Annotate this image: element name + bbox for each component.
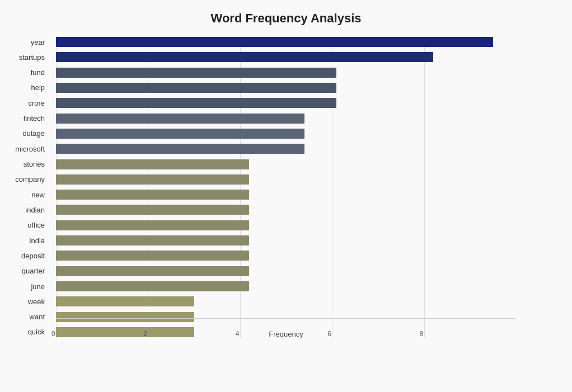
bar-row: quarter <box>56 265 550 277</box>
bar-row: crore <box>56 97 550 109</box>
bar <box>56 266 249 276</box>
bar-label: quick <box>3 328 50 336</box>
bar-row: startups <box>56 51 550 63</box>
bar-label: june <box>3 282 50 291</box>
bar-label: want <box>3 313 50 321</box>
bar <box>56 98 336 108</box>
bar <box>56 296 194 306</box>
bar-row: deposit <box>56 249 550 262</box>
x-tick-label: 0 <box>51 330 55 338</box>
chart-area: yearstartupsfundhelpcrorefintechoutagemi… <box>56 36 550 338</box>
bar-row: stories <box>56 158 550 171</box>
bar-label: fund <box>3 68 50 77</box>
bar-label: microsoft <box>3 145 50 153</box>
bar-row: help <box>56 82 550 94</box>
bar-label: quarter <box>3 267 50 275</box>
bar <box>56 114 304 124</box>
bar-row: outage <box>56 127 550 140</box>
bar-label: week <box>3 297 50 306</box>
chart-container: Word Frequency Analysis yearstartupsfund… <box>0 0 572 392</box>
bar-label: company <box>3 175 50 183</box>
bar <box>56 83 336 93</box>
bar-label: stories <box>3 160 50 168</box>
bar <box>56 174 249 185</box>
bar-label: startups <box>3 53 50 62</box>
bar-row: india <box>56 234 550 247</box>
bar-label: crore <box>3 99 50 107</box>
bar-row: week <box>56 295 550 308</box>
bar <box>56 52 433 62</box>
x-axis-label: Frequency <box>56 330 516 338</box>
bar-row: year <box>56 36 550 48</box>
bar-label: fintech <box>3 114 50 122</box>
bar <box>56 144 304 154</box>
x-axis-line <box>56 318 516 319</box>
bar-row: new <box>56 188 550 201</box>
bar <box>56 251 249 261</box>
bar-row: office <box>56 219 550 232</box>
bar-row: fund <box>56 67 550 79</box>
bar-label: deposit <box>3 252 50 260</box>
bar <box>56 220 249 230</box>
bar-row: june <box>56 280 550 292</box>
bar-label: office <box>3 221 50 229</box>
bar-label: new <box>3 191 50 199</box>
bar-row: company <box>56 173 550 186</box>
bar <box>56 235 249 245</box>
bar-row: microsoft <box>56 143 550 155</box>
bar <box>56 37 493 47</box>
bar-label: help <box>3 83 50 92</box>
x-axis-area: 02468 Frequency <box>56 310 550 338</box>
bar <box>56 68 336 78</box>
chart-title: Word Frequency Analysis <box>56 11 550 26</box>
bar-row: indian <box>56 204 550 216</box>
bar-label: india <box>3 237 50 245</box>
bar <box>56 129 304 139</box>
bar-label: indian <box>3 206 50 214</box>
bar <box>56 159 249 169</box>
bar-row: fintech <box>56 112 550 125</box>
bars-wrapper: yearstartupsfundhelpcrorefintechoutagemi… <box>56 36 550 338</box>
bar <box>56 205 249 215</box>
bar-label: outage <box>3 129 50 138</box>
bar <box>56 281 249 291</box>
bar-label: year <box>3 38 50 46</box>
bar <box>56 190 249 200</box>
